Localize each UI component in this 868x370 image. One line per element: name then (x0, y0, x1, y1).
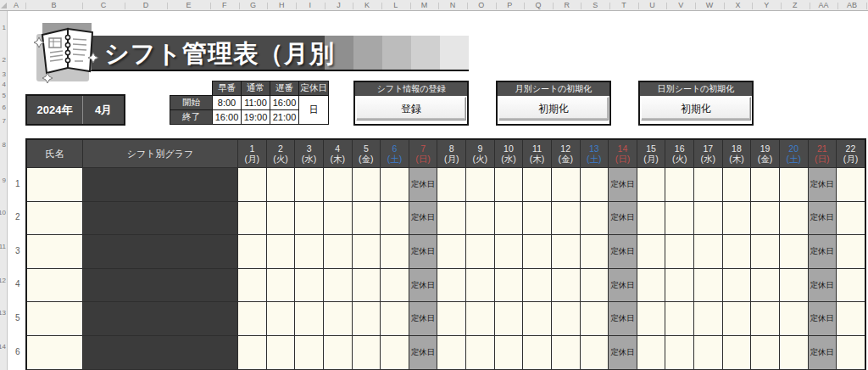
shift-cell[interactable] (552, 302, 580, 335)
column-header-W[interactable]: W (706, 1, 714, 9)
shift-cell[interactable] (437, 269, 465, 302)
day-header-12[interactable]: 12(金) (552, 140, 580, 167)
shift-cell[interactable] (780, 302, 808, 335)
start-late-cell[interactable]: 16:00 (270, 96, 299, 110)
shift-cell[interactable] (295, 235, 323, 268)
holiday-cell[interactable]: 定休日 (409, 235, 437, 268)
shift-cell[interactable] (751, 336, 779, 369)
column-header-J[interactable]: J (337, 1, 341, 9)
shift-cell[interactable] (381, 168, 409, 201)
shift-cell[interactable] (581, 269, 609, 302)
day-header-18[interactable]: 18(木) (723, 140, 751, 167)
monthly-init-button[interactable]: 初期化 (498, 97, 609, 121)
shift-cell[interactable] (665, 168, 693, 201)
row-header-11[interactable]: 11 (0, 243, 6, 250)
regular-holiday-cell[interactable]: 日 (299, 96, 329, 125)
day-header-4[interactable]: 4(木) (324, 140, 352, 167)
shift-graph-cell[interactable] (83, 269, 237, 302)
day-header-14[interactable]: 14(日) (609, 140, 637, 167)
column-header-G[interactable]: G (250, 1, 256, 9)
shift-cell[interactable] (751, 235, 779, 268)
shift-cell[interactable] (238, 168, 266, 201)
shift-cell[interactable] (324, 202, 352, 235)
column-header-V[interactable]: V (678, 1, 683, 9)
shift-graph-cell[interactable] (83, 202, 237, 235)
shift-cell[interactable] (665, 235, 693, 268)
column-header-L[interactable]: L (393, 1, 398, 9)
shift-cell[interactable] (324, 336, 352, 369)
column-header-M[interactable]: M (421, 1, 428, 9)
shift-cell[interactable] (238, 202, 266, 235)
shift-cell[interactable] (552, 336, 580, 369)
column-header-X[interactable]: X (736, 1, 741, 9)
shift-cell[interactable] (637, 302, 665, 335)
shift-cell[interactable] (523, 336, 551, 369)
shift-cell[interactable] (552, 202, 580, 235)
shift-cell[interactable] (495, 269, 523, 302)
row-header-2[interactable]: 2 (3, 56, 6, 64)
column-header-Z[interactable]: Z (793, 1, 798, 9)
shift-cell[interactable] (637, 336, 665, 369)
shift-cell[interactable] (723, 202, 751, 235)
shift-col-holiday[interactable]: 定休日 (299, 81, 329, 96)
holiday-cell[interactable]: 定休日 (609, 235, 637, 268)
shift-cell[interactable] (723, 269, 751, 302)
staff-name-cell[interactable] (27, 202, 82, 235)
column-header-U[interactable]: U (649, 1, 655, 9)
shift-cell[interactable] (523, 269, 551, 302)
shift-cell[interactable] (267, 302, 295, 335)
shift-cell[interactable] (523, 168, 551, 201)
shift-graph-cell[interactable] (83, 336, 237, 369)
shift-cell[interactable] (381, 235, 409, 268)
column-header-T[interactable]: T (621, 1, 626, 9)
shift-cell[interactable] (437, 168, 465, 201)
shift-cell[interactable] (780, 235, 808, 268)
shift-cell[interactable] (381, 302, 409, 335)
shift-cell[interactable] (495, 235, 523, 268)
shift-cell[interactable] (238, 235, 266, 268)
shift-cell[interactable] (665, 269, 693, 302)
shift-cell[interactable] (694, 168, 722, 201)
shift-cell[interactable] (780, 168, 808, 201)
shift-cell[interactable] (267, 168, 295, 201)
shift-cell[interactable] (324, 302, 352, 335)
shift-cell[interactable] (665, 302, 693, 335)
holiday-cell[interactable]: 定休日 (409, 269, 437, 302)
shift-cell[interactable] (295, 202, 323, 235)
shift-cell[interactable] (267, 235, 295, 268)
year-cell[interactable]: 2024年 (27, 96, 83, 124)
shift-cell[interactable] (353, 269, 381, 302)
column-header-D[interactable]: D (143, 1, 149, 9)
shift-cell[interactable] (466, 302, 494, 335)
shift-cell[interactable] (295, 269, 323, 302)
column-header-B[interactable]: B (51, 1, 56, 9)
shift-col-early[interactable]: 早番 (213, 81, 242, 96)
day-header-2[interactable]: 2(火) (267, 140, 295, 167)
shift-cell[interactable] (780, 269, 808, 302)
end-normal-cell[interactable]: 19:00 (242, 110, 270, 125)
end-late-cell[interactable]: 21:00 (270, 110, 299, 125)
shift-cell[interactable] (837, 202, 865, 235)
day-header-19[interactable]: 19(金) (751, 140, 779, 167)
shift-col-late[interactable]: 遅番 (270, 81, 299, 96)
shift-cell[interactable] (381, 269, 409, 302)
column-header-Q[interactable]: Q (535, 1, 541, 9)
column-header-C[interactable]: C (101, 1, 107, 9)
shift-cell[interactable] (780, 336, 808, 369)
shift-cell[interactable] (694, 336, 722, 369)
shift-cell[interactable] (637, 202, 665, 235)
end-early-cell[interactable]: 16:00 (213, 110, 242, 125)
shift-cell[interactable] (466, 336, 494, 369)
shift-cell[interactable] (324, 168, 352, 201)
day-header-1[interactable]: 1(月) (238, 140, 266, 167)
day-header-5[interactable]: 5(金) (353, 140, 381, 167)
holiday-cell[interactable]: 定休日 (609, 202, 637, 235)
shift-cell[interactable] (552, 168, 580, 201)
day-header-9[interactable]: 9(火) (466, 140, 494, 167)
shift-cell[interactable] (637, 168, 665, 201)
holiday-cell[interactable]: 定休日 (809, 269, 837, 302)
column-header-Y[interactable]: Y (764, 1, 769, 9)
day-header-6[interactable]: 6(土) (381, 140, 409, 167)
column-header-I[interactable]: I (309, 1, 312, 9)
graph-column-header[interactable]: シフト別グラフ (83, 140, 237, 167)
